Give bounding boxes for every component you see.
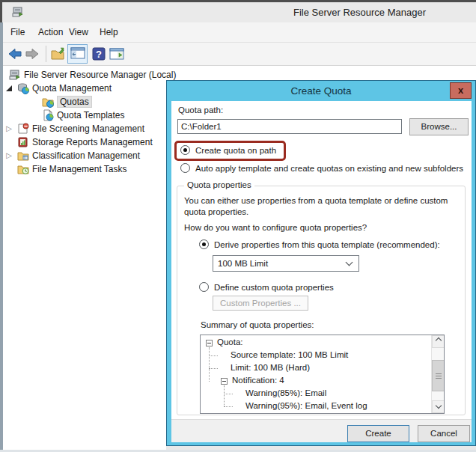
summary-notification: Notification: 4: [232, 376, 284, 385]
quota-management-icon: [17, 82, 29, 94]
back-icon[interactable]: [7, 46, 22, 61]
summary-tree: Quota: Source template: 100 MB Limit Lim…: [200, 335, 445, 414]
tree-item-label: Quota Management: [32, 83, 112, 94]
dialog-body: Quota path: Browse... Create quota on pa…: [171, 101, 472, 419]
expander-collapsed-icon[interactable]: ▷: [4, 124, 13, 133]
radio-selected-icon: [180, 145, 190, 155]
menu-file[interactable]: File: [10, 27, 25, 37]
file-screening-icon: [17, 123, 29, 135]
menu-action[interactable]: Action: [38, 27, 63, 37]
quota-template-dropdown[interactable]: 100 MB Limit: [213, 255, 359, 272]
quota-path-input[interactable]: [177, 119, 402, 134]
custom-properties-button: Custom Properties ...: [213, 296, 308, 311]
radio-create-quota-on-path[interactable]: Create quota on path: [180, 145, 276, 155]
browse-button[interactable]: Browse...: [409, 118, 469, 135]
expander-collapsed-icon[interactable]: ▷: [4, 151, 13, 160]
radio-auto-apply-template[interactable]: Auto apply template and create quotas on…: [180, 163, 463, 173]
radio-derive-from-template[interactable]: Derive properties from this quota templa…: [199, 239, 440, 249]
tree-connector: [209, 347, 210, 382]
show-console-tree-icon: [70, 46, 85, 63]
radio-unselected-icon: [199, 282, 209, 292]
tree-item-file-management-tasks[interactable]: File Management Tasks: [3, 162, 127, 176]
forward-icon[interactable]: [25, 46, 40, 61]
storage-reports-icon: [17, 136, 29, 148]
collapse-minus-icon[interactable]: [221, 378, 228, 385]
chevron-down-icon: [346, 258, 353, 266]
radio-unselected-icon: [180, 163, 190, 173]
toolbar-separator: [46, 46, 46, 62]
tree-item-file-screening[interactable]: ▷ File Screening Management: [3, 122, 144, 135]
svg-text:?: ?: [96, 49, 102, 60]
summary-warning-95: Warning(95%): Email, Event log: [245, 401, 367, 410]
tree-connector: [224, 385, 225, 406]
group-description: You can either use properties from a quo…: [184, 195, 457, 218]
dropdown-selected-value: 100 MB Limit: [213, 259, 347, 268]
config-question: How do you want to configure quota prope…: [184, 223, 367, 232]
summary-label: Summary of quota properties:: [201, 320, 314, 329]
summary-source-template: Source template: 100 MB Limit: [231, 350, 348, 359]
collapse-minus-icon[interactable]: [206, 340, 213, 346]
radio-label: Auto apply template and create quotas on…: [195, 164, 463, 173]
tree-item-label: Classification Management: [32, 150, 140, 161]
menu-view[interactable]: View: [69, 27, 88, 37]
cancel-button[interactable]: Cancel: [418, 425, 470, 442]
window-title: File Server Resource Manager: [293, 7, 426, 18]
fsrm-window: File Server Resource Manager File Action…: [0, 0, 476, 452]
summary-root: Quota:: [217, 338, 243, 346]
menubar: File Action View Help: [3, 22, 476, 43]
tree-item-storage-reports[interactable]: Storage Reports Management: [3, 135, 153, 149]
tree-item-quotas[interactable]: Quotas: [3, 95, 92, 109]
fsrm-server-icon: [9, 69, 21, 81]
radio-selected-icon: [199, 239, 209, 249]
quota-properties-group: Quota properties You can either use prop…: [177, 186, 466, 415]
tree-connector: [209, 368, 218, 369]
dialog-title: Create Quota: [167, 81, 475, 101]
show-console-tree-button[interactable]: [67, 44, 88, 64]
radio-label: Derive properties from this quota templa…: [214, 240, 440, 249]
create-quota-dialog: Create Quota x Quota path: Browse... Cre…: [166, 80, 476, 446]
scroll-up-icon[interactable]: [432, 335, 445, 348]
dialog-footer: Create Cancel: [171, 419, 472, 442]
tree-item-classification[interactable]: ▷ Classification Management: [3, 149, 140, 162]
tree-item-label: File Screening Management: [32, 123, 144, 134]
quotas-icon: [42, 96, 54, 108]
expander-none: [4, 138, 13, 147]
quota-path-label: Quota path:: [178, 106, 223, 114]
tree-root-fsrm-local[interactable]: File Server Resource Manager (Local): [3, 68, 176, 82]
close-icon[interactable]: x: [450, 82, 472, 99]
classification-icon: [17, 150, 29, 162]
radio-define-custom[interactable]: Define custom quota properties: [199, 282, 334, 292]
window-border-left: [0, 22, 3, 452]
radio-label: Create quota on path: [195, 146, 276, 155]
summary-warning-85: Warning(85%): Email: [245, 388, 326, 397]
scroll-thumb[interactable]: [432, 360, 445, 391]
file-management-icon: [17, 163, 29, 175]
scroll-down-icon[interactable]: [432, 400, 445, 413]
tree-item-label-selected: Quotas: [57, 96, 92, 108]
tree-item-label: Storage Reports Management: [32, 137, 153, 147]
tree-item-quota-management[interactable]: Quota Management: [3, 82, 112, 95]
create-button[interactable]: Create: [347, 425, 409, 442]
tree-connector: [224, 406, 233, 407]
tree-root-label: File Server Resource Manager (Local): [24, 70, 176, 80]
titlebar: File Server Resource Manager: [0, 2, 476, 22]
tree-connector: [224, 394, 233, 394]
expander-expanded-icon[interactable]: [4, 84, 13, 93]
menu-help[interactable]: Help: [100, 27, 118, 37]
group-title: Quota properties: [184, 180, 254, 189]
tree-item-label: File Management Tasks: [32, 164, 127, 174]
expander-none: [4, 165, 13, 174]
export-list-icon[interactable]: [50, 46, 65, 61]
scrollbar[interactable]: [431, 335, 444, 413]
radio-label: Define custom quota properties: [214, 283, 334, 292]
toolbar: ?: [3, 43, 476, 66]
quota-templates-icon: [42, 109, 54, 121]
summary-limit: Limit: 100 MB (Hard): [231, 363, 310, 372]
help-icon[interactable]: ?: [91, 46, 106, 61]
fsrm-server-icon: [12, 6, 24, 20]
tree-connector: [209, 355, 218, 356]
show-action-pane-icon[interactable]: [109, 46, 124, 61]
tree-item-label: Quota Templates: [57, 110, 125, 120]
tree-item-quota-templates[interactable]: Quota Templates: [3, 109, 125, 122]
